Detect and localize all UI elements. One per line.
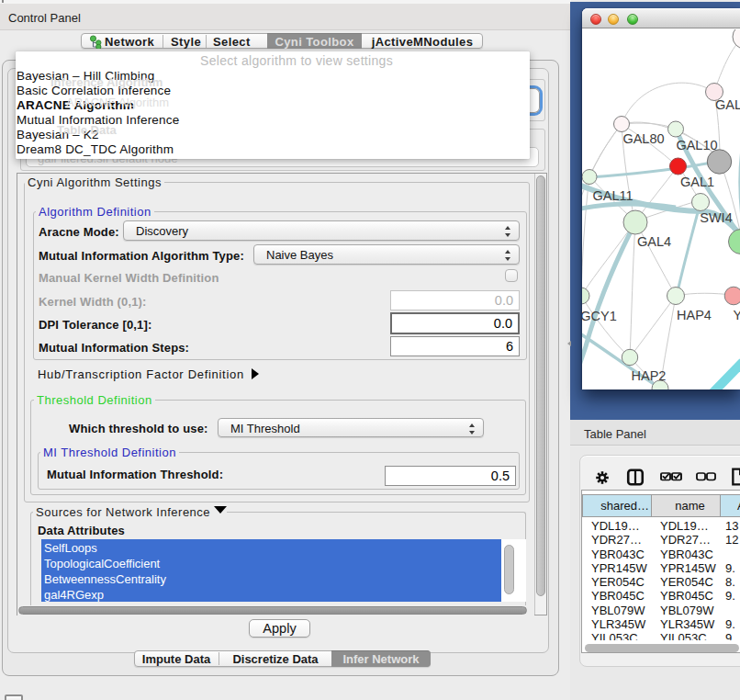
svg-text:GAL4: GAL4 [637, 234, 671, 249]
svg-text:Y: Y [734, 308, 740, 322]
svg-text:GAL11: GAL11 [592, 188, 633, 203]
svg-text:HAP2: HAP2 [632, 368, 667, 383]
svg-text:HAP4: HAP4 [677, 308, 712, 322]
svg-text:GAL10: GAL10 [676, 138, 717, 152]
svg-text:GAL7: GAL7 [715, 97, 740, 112]
svg-text:GAL80: GAL80 [622, 131, 664, 146]
svg-text:GAL1: GAL1 [680, 175, 714, 189]
svg-text:GCY1: GCY1 [582, 309, 617, 323]
svg-text:SWI4: SWI4 [700, 210, 732, 225]
